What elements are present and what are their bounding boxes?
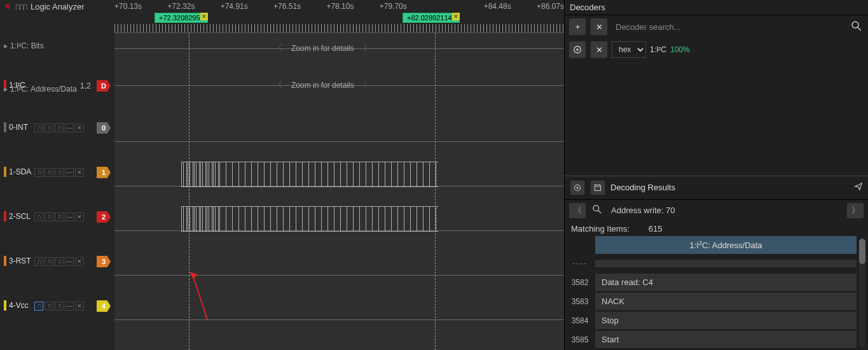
waveform-canvas[interactable]: 〈Zoom in for details〉 〈Zoom in for detai… — [114, 33, 564, 350]
results-column-header[interactable]: 1:I2C: Address/Data — [595, 236, 857, 254]
results-settings-button[interactable] — [570, 180, 585, 195]
results-filter-input[interactable] — [608, 202, 843, 218]
result-row-value — [595, 260, 857, 267]
matching-count: Matching Items:615 — [565, 221, 868, 236]
result-row[interactable]: 3584Stop — [565, 311, 868, 330]
search-icon[interactable] — [590, 205, 604, 216]
trigger-button[interactable]: ⎍ — [45, 123, 53, 132]
close-icon[interactable]: ✕ — [4, 1, 11, 11]
zoom-hint: 〈Zoom in for details〉 — [273, 76, 372, 94]
channel-name: 0-INT — [9, 123, 28, 132]
trigger-button[interactable]: — — [65, 168, 74, 177]
trigger-button[interactable]: ✕ — [75, 168, 84, 177]
trigger-button[interactable]: ✕ — [75, 257, 84, 266]
results-table[interactable]: 1:I2C: Address/Data ----3582Data read: C… — [565, 236, 868, 351]
remove-decoder-button[interactable]: ✕ — [590, 18, 608, 36]
svg-line-0 — [193, 275, 207, 319]
decode-progress: 100% — [670, 45, 690, 54]
format-select[interactable]: hex — [612, 41, 646, 58]
channel-name: 2-SCL — [9, 212, 31, 221]
result-row[interactable]: 3585Start — [565, 330, 868, 349]
time-label — [248, 2, 273, 11]
cursor-line-2[interactable] — [435, 33, 436, 350]
channel-badge[interactable]: 0 — [97, 122, 111, 134]
trigger-button[interactable]: ✕ — [75, 213, 84, 221]
ruler-ticks[interactable] — [114, 24, 564, 33]
trigger-button[interactable]: ⎍ — [55, 123, 64, 132]
channel-1-SDA[interactable]: 1-SDA⎍⎍⎍—✕1 — [0, 143, 114, 187]
time-label — [458, 2, 483, 11]
result-row[interactable]: 3583NACK — [565, 292, 868, 311]
trigger-button[interactable]: ⎍ — [34, 257, 43, 266]
trigger-buttons: ⎍⎍⎍—✕ — [34, 168, 84, 177]
trigger-button[interactable]: ⎍ — [55, 213, 64, 221]
trigger-button[interactable]: — — [65, 213, 74, 221]
trigger-button[interactable]: ⎍ — [34, 168, 43, 177]
time-label — [142, 2, 167, 11]
trigger-button[interactable]: ⎍ — [45, 257, 53, 266]
trigger-button[interactable]: ⎍ — [45, 168, 53, 177]
svg-point-7 — [577, 186, 579, 188]
trigger-buttons: ⎍⎍⎍—✕ — [34, 123, 84, 132]
channel-badge[interactable]: 2 — [97, 211, 111, 223]
trigger-button[interactable]: ⎍ — [55, 302, 64, 311]
channel-3-RST[interactable]: 3-RST⎍⎍⎍—✕3 — [0, 232, 114, 276]
result-row[interactable]: ---- — [565, 254, 868, 273]
channel-badge[interactable]: 4 — [97, 300, 111, 312]
trigger-button[interactable]: ⎍ — [34, 123, 43, 132]
time-label — [432, 2, 458, 11]
time-label — [301, 2, 326, 11]
locate-icon[interactable] — [854, 182, 863, 193]
save-results-button[interactable] — [590, 180, 605, 195]
time-label: +74.91s — [221, 2, 248, 11]
time-label: +78.10s — [326, 2, 354, 11]
cursor-bar[interactable]: +72.3208295s✕+82.02892114s✕ — [114, 13, 564, 24]
decoder-search-input[interactable] — [612, 18, 845, 36]
channel-color-strip — [4, 167, 6, 177]
trigger-button[interactable]: ⎍ — [45, 213, 53, 221]
time-label: +84.48s — [484, 2, 511, 11]
trigger-button[interactable]: — — [65, 123, 74, 132]
trigger-button[interactable]: ⎍ — [34, 213, 43, 221]
channel-badge[interactable]: 1 — [97, 167, 111, 178]
channel-4-Vcc[interactable]: 4-Vcc⎍⎍⎍—✕4 — [0, 276, 114, 321]
channel-color-strip — [4, 256, 6, 266]
trigger-button[interactable]: — — [65, 257, 74, 266]
cursor-marker[interactable]: +82.02892114s✕ — [403, 13, 460, 23]
channel-2-SCL[interactable]: 2-SCL⎍⎍⎍—✕2 — [0, 187, 114, 232]
trigger-button[interactable]: ⎍ — [34, 302, 43, 311]
time-label — [511, 2, 537, 11]
cursor-marker[interactable]: +72.3208295s✕ — [155, 13, 208, 23]
result-row-id: 3585 — [565, 335, 595, 344]
decoder-delete-button[interactable]: ✕ — [590, 41, 608, 59]
channel-0-INT[interactable]: 0-INT⎍⎍⎍—✕0 — [0, 98, 114, 143]
decoder-name: 1:I²C — [650, 45, 666, 54]
cursor-close-icon[interactable]: ✕ — [200, 13, 208, 20]
time-label: +86.07s — [537, 2, 564, 11]
trigger-button[interactable]: ⎍ — [55, 257, 64, 266]
prev-result-button[interactable]: 〈 — [568, 202, 586, 219]
channel-labels-column: ▶ 1:I²C: Bits 1:I²C 1,2 D ▶ 1:I²C: Addre… — [0, 33, 114, 350]
cursor-close-icon[interactable]: ✕ — [452, 13, 460, 20]
channel-color-strip — [4, 122, 6, 132]
trigger-button[interactable]: ⎍ — [55, 168, 64, 177]
channel-badge[interactable]: 3 — [97, 256, 111, 267]
channel-color-strip — [4, 300, 6, 311]
result-row[interactable]: 3582Data read: C4 — [565, 273, 868, 292]
trigger-button[interactable]: ✕ — [75, 302, 84, 311]
svg-line-3 — [858, 27, 861, 31]
trigger-button[interactable]: — — [65, 302, 74, 311]
trigger-button[interactable]: ⎍ — [45, 302, 53, 311]
time-label — [195, 2, 220, 11]
next-result-button[interactable]: 〉 — [846, 202, 864, 219]
svg-point-9 — [593, 206, 599, 211]
decoders-panel-title: Decoders — [565, 0, 868, 15]
expand-icon[interactable]: ▶ — [4, 87, 8, 92]
expand-icon[interactable]: ▶ — [4, 43, 8, 49]
add-decoder-button[interactable]: ＋ — [568, 18, 586, 36]
decoder-settings-button[interactable] — [568, 41, 586, 59]
search-icon[interactable] — [849, 18, 864, 36]
channel-name: 3-RST — [9, 256, 31, 265]
trigger-button[interactable]: ✕ — [75, 123, 84, 132]
trigger-buttons: ⎍⎍⎍—✕ — [34, 213, 84, 221]
